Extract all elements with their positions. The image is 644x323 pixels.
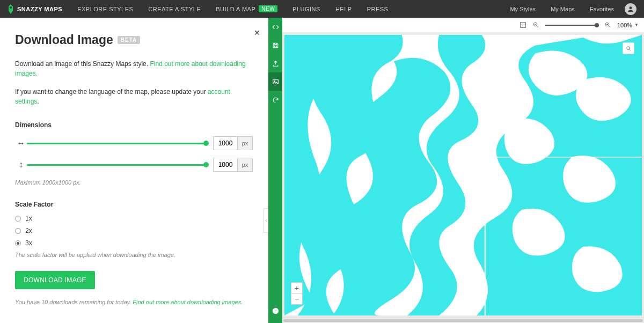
svg-point-12 xyxy=(626,46,630,49)
dimensions-controls: ↔ px ↕ px xyxy=(15,136,253,172)
svg-rect-10 xyxy=(485,114,486,315)
nav-plugins[interactable]: PLUGINS xyxy=(285,0,328,18)
tool-export[interactable] xyxy=(268,54,282,72)
nav-build[interactable]: BUILD A MAP NEW xyxy=(208,0,285,18)
remaining-note: You have 10 downloads remaining for toda… xyxy=(15,299,253,305)
map-toolbar: 100% ▼ xyxy=(282,18,644,33)
map-horizontal-scrollbar[interactable] xyxy=(282,318,644,323)
user-icon xyxy=(627,5,634,13)
caret-down-icon: ▼ xyxy=(634,23,639,27)
tool-save[interactable] xyxy=(268,36,282,54)
svg-text:?: ? xyxy=(274,309,277,313)
desc-2: If you want to change the language of th… xyxy=(15,87,253,106)
nav-favorites[interactable]: Favorites xyxy=(582,6,621,12)
scale-note: The scale factor will be applied when do… xyxy=(15,252,253,258)
code-icon xyxy=(272,24,279,31)
width-unit: px xyxy=(238,136,253,150)
width-slider[interactable] xyxy=(27,140,207,147)
tool-image[interactable] xyxy=(268,72,282,91)
nav-build-label: BUILD A MAP xyxy=(216,6,255,12)
scale-2x-label: 2x xyxy=(25,227,32,234)
grid-icon[interactable] xyxy=(519,21,527,29)
nav-create[interactable]: CREATE A STYLE xyxy=(141,0,208,18)
scale-2x[interactable]: 2x xyxy=(15,227,253,234)
height-unit: px xyxy=(238,158,253,172)
page-title: Download Image BETA xyxy=(15,33,253,47)
download-button[interactable]: DOWNLOAD IMAGE xyxy=(15,271,95,289)
save-icon xyxy=(272,42,279,49)
svg-point-0 xyxy=(10,6,12,9)
tool-column: ‹ ? xyxy=(268,18,282,323)
dimensions-label: Dimensions xyxy=(15,121,253,129)
height-row: ↕ px xyxy=(15,158,253,172)
scale-3x[interactable]: 3x xyxy=(15,239,253,247)
map-canvas[interactable]: + − xyxy=(282,33,644,318)
title-text: Download Image xyxy=(15,33,113,47)
collapse-panel-tab[interactable]: ‹ xyxy=(264,208,268,233)
radio-icon xyxy=(15,216,21,222)
map-search-button[interactable] xyxy=(623,42,634,54)
map-inner: + − xyxy=(284,35,642,315)
beta-badge: BETA xyxy=(118,36,140,44)
export-icon xyxy=(272,60,279,67)
logo-icon xyxy=(8,4,14,14)
desc-2-text-b: . xyxy=(37,98,39,105)
nav-explore[interactable]: EXPLORE STYLES xyxy=(70,0,141,18)
map-area: 100% ▼ xyxy=(282,18,644,323)
help-icon: ? xyxy=(272,307,279,314)
nav-help[interactable]: HELP xyxy=(328,0,360,18)
zoom-slider[interactable] xyxy=(545,25,599,26)
svg-point-1 xyxy=(630,6,632,9)
tool-refresh[interactable] xyxy=(268,91,282,109)
map-zoom-controls: + − xyxy=(291,282,303,305)
scale-3x-label: 3x xyxy=(25,239,32,247)
height-input[interactable] xyxy=(213,158,238,172)
height-slider[interactable] xyxy=(27,161,207,168)
tool-help[interactable]: ? xyxy=(268,302,282,320)
zoom-percent[interactable]: 100% ▼ xyxy=(617,22,639,28)
app-header: SNAZZY MAPS EXPLORE STYLES CREATE A STYL… xyxy=(0,0,644,18)
map-water-shapes xyxy=(284,35,642,315)
nav-left: EXPLORE STYLES CREATE A STYLE BUILD A MA… xyxy=(70,0,396,18)
zoom-in-icon[interactable] xyxy=(604,21,612,29)
scale-label: Scale Factor xyxy=(15,201,253,208)
radio-icon xyxy=(15,228,21,234)
zoom-percent-value: 100% xyxy=(617,22,632,28)
nav-press[interactable]: PRESS xyxy=(360,0,396,18)
image-icon xyxy=(272,78,279,85)
nav-my-maps[interactable]: My Maps xyxy=(543,6,582,12)
desc-1-text: Download an image of this Snazzy Maps st… xyxy=(15,60,150,68)
scale-1x-label: 1x xyxy=(25,215,32,222)
zoom-out-icon[interactable] xyxy=(532,21,540,29)
desc-2-text-a: If you want to change the language of th… xyxy=(15,88,208,96)
scale-options: 1x 2x 3x xyxy=(15,215,253,247)
map-zoom-out[interactable]: − xyxy=(291,293,302,304)
brand[interactable]: SNAZZY MAPS xyxy=(0,0,70,18)
brand-text: SNAZZY MAPS xyxy=(17,6,62,12)
nav-my-styles[interactable]: My Styles xyxy=(502,6,543,12)
close-icon[interactable]: ✕ xyxy=(254,28,260,37)
remaining-text: You have 10 downloads remaining for toda… xyxy=(15,299,133,305)
refresh-icon xyxy=(272,97,279,104)
new-badge: NEW xyxy=(259,5,277,12)
radio-icon xyxy=(15,240,21,246)
dimensions-note: Maximum 1000x1000 px. xyxy=(15,179,253,186)
download-panel: ✕ Download Image BETA Download an image … xyxy=(0,18,268,323)
width-row: ↔ px xyxy=(15,136,253,150)
tool-code[interactable] xyxy=(268,18,282,36)
scale-1x[interactable]: 1x xyxy=(15,215,253,222)
nav-right: My Styles My Maps Favorites xyxy=(502,0,644,18)
search-icon xyxy=(626,46,632,52)
svg-rect-11 xyxy=(466,157,642,157)
width-icon: ↔ xyxy=(15,138,27,148)
height-icon: ↕ xyxy=(15,160,27,170)
main: ✕ Download Image BETA Download an image … xyxy=(0,18,644,323)
remaining-link[interactable]: Find out more about downloading images. xyxy=(133,299,243,305)
desc-1: Download an image of this Snazzy Maps st… xyxy=(15,59,253,78)
user-avatar[interactable] xyxy=(625,3,636,15)
map-zoom-in[interactable]: + xyxy=(291,283,302,293)
width-input[interactable] xyxy=(213,136,238,150)
